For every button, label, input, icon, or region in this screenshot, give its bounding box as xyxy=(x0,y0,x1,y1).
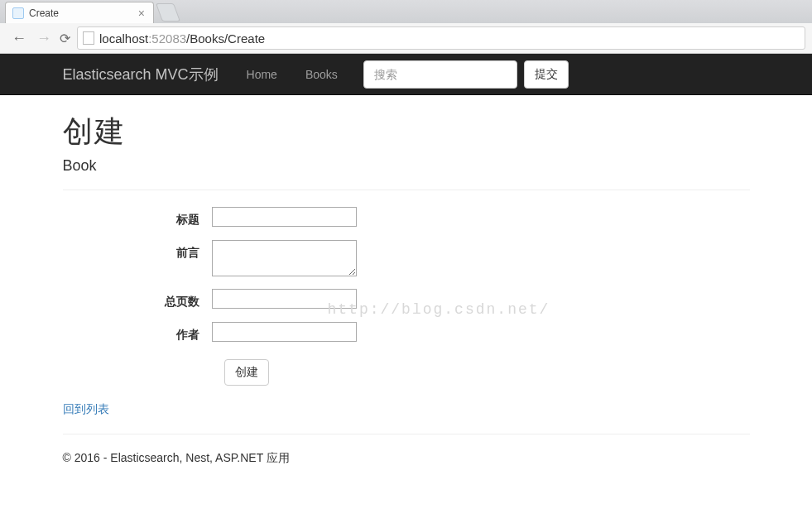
label-preface: 前言 xyxy=(63,240,212,276)
tab-bar: Create × xyxy=(0,0,812,23)
footer-text: © 2016 - Elasticsearch, Nest, ASP.NET 应用 xyxy=(63,451,750,482)
form-actions: 创建 xyxy=(224,359,750,386)
forward-arrow-icon: → xyxy=(31,30,56,47)
favicon-icon xyxy=(12,7,24,19)
form-group-author: 作者 xyxy=(63,322,750,343)
create-form: 标题 前言 总页数 作者 创建 http://blog.csdn.net/ xyxy=(63,207,750,386)
textarea-preface[interactable] xyxy=(212,240,357,276)
page-title: 创建 xyxy=(63,112,750,152)
label-title: 标题 xyxy=(63,207,212,228)
back-arrow-icon[interactable]: ← xyxy=(7,30,31,47)
close-tab-icon[interactable]: × xyxy=(137,7,147,19)
footer-divider xyxy=(63,434,750,434)
search-submit-button[interactable]: 提交 xyxy=(524,60,569,89)
create-button[interactable]: 创建 xyxy=(224,359,269,386)
divider xyxy=(63,190,750,190)
input-title[interactable] xyxy=(212,207,357,227)
browser-tab[interactable]: Create × xyxy=(5,2,154,23)
address-bar[interactable]: localhost:52083/Books/Create xyxy=(77,26,805,50)
label-author: 作者 xyxy=(63,322,212,343)
input-pages[interactable] xyxy=(212,289,357,309)
new-tab-button[interactable] xyxy=(156,3,180,22)
input-author[interactable] xyxy=(212,322,357,342)
url-port: :52083 xyxy=(148,31,186,46)
body-content: 创建 Book 标题 前言 总页数 作者 创建 http://blog.csdn… xyxy=(50,95,762,482)
nav-link-books[interactable]: Books xyxy=(293,68,350,81)
label-pages: 总页数 xyxy=(63,289,212,310)
url-path: /Books/Create xyxy=(186,31,265,46)
url-host: localhost xyxy=(99,31,148,46)
page-icon xyxy=(83,31,94,45)
navbar-brand[interactable]: Elasticsearch MVC示例 xyxy=(63,65,231,84)
form-group-pages: 总页数 xyxy=(63,289,750,310)
browser-chrome: Create × ← → ⟳ localhost:52083/Books/Cre… xyxy=(0,0,812,54)
nav-link-home[interactable]: Home xyxy=(234,68,290,81)
page-subtitle: Book xyxy=(63,157,750,175)
back-link[interactable]: 回到列表 xyxy=(63,402,109,417)
form-group-title: 标题 xyxy=(63,207,750,228)
tab-title: Create xyxy=(29,7,59,19)
address-bar-row: ← → ⟳ localhost:52083/Books/Create xyxy=(0,23,812,53)
search-input[interactable] xyxy=(363,60,517,89)
form-group-preface: 前言 xyxy=(63,240,750,276)
navbar: Elasticsearch MVC示例 Home Books 提交 xyxy=(0,54,812,95)
search-form: 提交 xyxy=(363,60,569,89)
reload-icon[interactable]: ⟳ xyxy=(56,31,77,46)
